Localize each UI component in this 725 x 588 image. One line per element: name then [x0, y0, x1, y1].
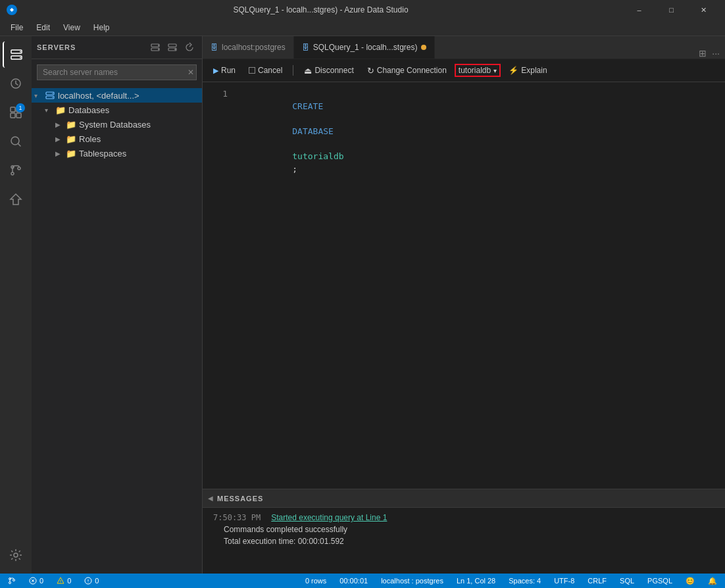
- svg-rect-6: [11, 107, 15, 112]
- disconnect-icon: ⏏: [304, 66, 312, 76]
- run-label: Run: [221, 66, 236, 75]
- server-label: localhost, <default...>: [58, 91, 139, 101]
- cancel-icon: [249, 67, 255, 74]
- status-time[interactable]: 00:00:01: [337, 577, 370, 585]
- message-row-2: Commands completed successfully: [213, 525, 714, 534]
- expand-arrow: ▾: [34, 92, 45, 99]
- svg-point-29: [61, 583, 61, 583]
- activity-extensions[interactable]: 1: [3, 99, 29, 126]
- server-search: ✕: [37, 64, 197, 80]
- activity-settings[interactable]: [3, 542, 29, 568]
- message-row-3: Total execution time: 00:00:01.592: [213, 537, 714, 546]
- tree-item-roles[interactable]: ▶ 📁 Roles: [32, 132, 202, 146]
- tab-sqlquery[interactable]: 🗄 SQLQuery_1 - localh...stgres): [294, 36, 436, 59]
- folder-icon: 📁: [66, 148, 76, 159]
- query-toolbar: ▶ Run Cancel ⏏ Disconnect ↻ Change Conne…: [203, 59, 725, 82]
- status-errors[interactable]: 0: [26, 577, 46, 585]
- activity-git[interactable]: [3, 157, 29, 184]
- sidebar-header: SERVERS: [32, 36, 202, 59]
- semicolon: ;: [292, 164, 297, 174]
- activity-servers[interactable]: [3, 41, 29, 68]
- status-rows[interactable]: 0 rows: [303, 577, 329, 585]
- menu-help[interactable]: Help: [88, 22, 115, 34]
- close-button[interactable]: ✕: [689, 0, 718, 20]
- folder-icon: 📁: [55, 105, 66, 115]
- titlebar: SQLQuery_1 - localh...stgres) - Azure Da…: [0, 0, 725, 20]
- status-encoding[interactable]: UTF-8: [551, 577, 577, 585]
- toolbar-sep1: [293, 65, 293, 76]
- connection-dropdown[interactable]: tutorialdb ▾: [455, 64, 501, 77]
- menubar: File Edit View Help: [0, 20, 725, 36]
- menu-file[interactable]: File: [5, 22, 28, 34]
- disconnect-button[interactable]: ⏏ Disconnect: [299, 64, 359, 77]
- status-git[interactable]: [5, 577, 18, 585]
- tree-item-tablespaces[interactable]: ▶ 📁 Tablespaces: [32, 146, 202, 160]
- folder-icon: 📁: [66, 119, 76, 130]
- search-input[interactable]: [37, 64, 197, 80]
- add-server-button[interactable]: [165, 40, 180, 55]
- run-icon: ▶: [213, 66, 218, 75]
- smiley-icon: 😊: [686, 577, 695, 585]
- tab-active-label: SQLQuery_1 - localh...stgres): [313, 43, 418, 52]
- more-actions-button[interactable]: ···: [712, 48, 720, 59]
- code-line-1: CREATE DATABASE tutorialdb ;: [241, 87, 720, 100]
- status-line[interactable]: Ln 1, Col 28: [454, 577, 498, 585]
- change-connection-button[interactable]: ↻ Change Connection: [362, 64, 452, 77]
- message-exec-time: Total execution time: 00:00:01.592: [224, 537, 344, 546]
- status-line-ending[interactable]: CRLF: [585, 577, 609, 585]
- message-link[interactable]: Started executing query at Line 1: [271, 513, 387, 522]
- split-editor-button[interactable]: ⊞: [699, 48, 707, 59]
- svg-point-17: [158, 45, 159, 46]
- tablespaces-label: Tablespaces: [79, 149, 126, 159]
- status-dialect[interactable]: PGSQL: [645, 577, 675, 585]
- status-language[interactable]: SQL: [617, 577, 637, 585]
- search-clear-icon[interactable]: ✕: [188, 68, 194, 77]
- alert-count: 0: [95, 577, 99, 585]
- status-alerts[interactable]: 0: [82, 577, 101, 585]
- tab-db-icon: 🗄: [211, 43, 218, 51]
- status-spaces[interactable]: Spaces: 4: [506, 577, 543, 585]
- explain-label: Explain: [521, 66, 547, 75]
- tree-item-databases[interactable]: ▾ 📁 Databases: [32, 103, 202, 117]
- svg-point-4: [20, 57, 21, 59]
- new-connection-button[interactable]: [148, 40, 162, 55]
- time-value: 00:00:01: [339, 577, 368, 585]
- activity-deploy[interactable]: [3, 186, 29, 212]
- change-connection-label: Change Connection: [377, 66, 447, 75]
- menu-view[interactable]: View: [58, 22, 86, 34]
- activity-history[interactable]: [3, 70, 29, 97]
- roles-label: Roles: [79, 134, 101, 144]
- message-row-1: 7:50:33 PM Started executing query at Li…: [213, 513, 714, 522]
- server-icon: [45, 90, 55, 101]
- status-bell[interactable]: 🔔: [705, 577, 720, 585]
- spaces-value: Spaces: 4: [509, 577, 541, 585]
- tree-item-system-dbs[interactable]: ▶ 📁 System Databases: [32, 117, 202, 132]
- expand-arrow: ▾: [45, 107, 55, 114]
- status-warnings[interactable]: 0: [54, 577, 74, 585]
- tree-item-server[interactable]: ▾ localhost, <default...>: [32, 88, 202, 103]
- svg-point-13: [18, 167, 20, 170]
- explain-button[interactable]: ⚡ Explain: [503, 64, 552, 76]
- tab-inactive-label: localhost:postgres: [222, 43, 286, 52]
- window-title: SQLQuery_1 - localh...stgres) - Azure Da…: [22, 5, 619, 14]
- messages-panel: ◀ MESSAGES 7:50:33 PM Started executing …: [203, 489, 725, 574]
- connection-value: localhost : postgres: [381, 577, 443, 585]
- menu-edit[interactable]: Edit: [31, 22, 55, 34]
- collapse-icon[interactable]: ◀: [208, 495, 213, 502]
- maximize-button[interactable]: □: [657, 0, 686, 20]
- svg-point-23: [52, 93, 53, 94]
- cancel-button[interactable]: Cancel: [243, 64, 288, 76]
- minimize-button[interactable]: –: [624, 0, 654, 20]
- activity-search[interactable]: [3, 128, 29, 155]
- expand-arrow: ▶: [55, 121, 66, 128]
- bell-icon: 🔔: [708, 577, 717, 585]
- extensions-badge: 1: [16, 103, 25, 112]
- line-value: Ln 1, Col 28: [457, 577, 495, 585]
- svg-point-3: [20, 51, 21, 53]
- status-connection[interactable]: localhost : postgres: [378, 577, 446, 585]
- editor-content[interactable]: CREATE DATABASE tutorialdb ;: [236, 82, 725, 489]
- run-button[interactable]: ▶ Run: [208, 64, 241, 76]
- tab-localhost-postgres[interactable]: 🗄 localhost:postgres: [203, 36, 294, 59]
- status-smiley[interactable]: 😊: [683, 577, 697, 585]
- refresh-button[interactable]: [182, 40, 197, 55]
